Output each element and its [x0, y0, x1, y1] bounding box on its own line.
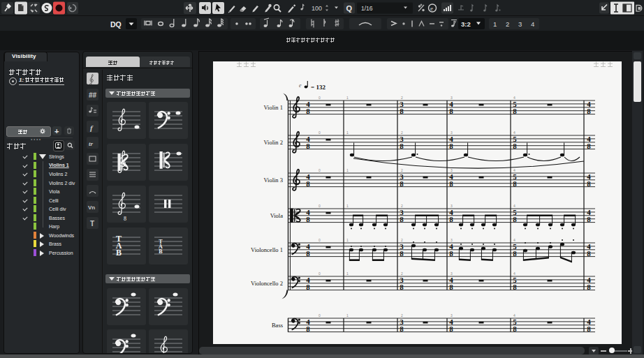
- svg-text:8: 8: [306, 107, 310, 115]
- svg-text:1: 1: [493, 20, 497, 28]
- svg-text:0: 0: [319, 130, 321, 135]
- svg-text:3: 3: [451, 204, 453, 208]
- svg-text:0: 0: [319, 238, 321, 242]
- svg-text:8: 8: [306, 142, 310, 150]
- svg-text:4: 4: [513, 96, 515, 100]
- svg-text:2: 2: [401, 238, 403, 242]
- svg-text:2: 2: [401, 96, 403, 100]
- svg-text:2: 2: [401, 168, 403, 172]
- svg-text:8: 8: [587, 215, 591, 223]
- svg-text:8: 8: [400, 107, 404, 115]
- svg-text:3: 3: [451, 96, 453, 100]
- svg-text:8: 8: [400, 325, 404, 333]
- svg-text:8: 8: [306, 215, 310, 223]
- svg-text:8: 8: [587, 325, 591, 333]
- svg-text:2: 2: [401, 313, 403, 318]
- svg-text:1: 1: [346, 204, 349, 208]
- svg-text:4: 4: [513, 130, 515, 135]
- svg-text:1/16: 1/16: [361, 5, 373, 12]
- svg-text:8: 8: [513, 249, 517, 258]
- svg-text:4: 4: [513, 204, 515, 208]
- svg-text:8: 8: [400, 179, 404, 188]
- svg-text:3: 3: [451, 238, 453, 242]
- svg-text:8: 8: [449, 283, 453, 291]
- svg-text:8: 8: [306, 179, 310, 188]
- svg-text:2: 2: [401, 130, 403, 135]
- svg-text:e: e: [430, 5, 433, 12]
- svg-text:e: e: [299, 82, 302, 89]
- svg-text:2: 2: [401, 271, 403, 276]
- svg-text:8: 8: [513, 283, 517, 291]
- svg-text:4: 4: [513, 313, 515, 318]
- svg-text:2: 2: [506, 20, 509, 28]
- svg-text:8: 8: [449, 179, 453, 188]
- svg-text:= 132: = 132: [311, 84, 325, 91]
- svg-text:1: 1: [346, 96, 349, 100]
- svg-text:8: 8: [400, 249, 404, 258]
- svg-text:1: 1: [346, 313, 349, 318]
- svg-text:0: 0: [319, 96, 321, 100]
- svg-text:8: 8: [513, 107, 517, 115]
- svg-text:tr: tr: [89, 140, 94, 147]
- svg-text:1: 1: [346, 130, 349, 135]
- svg-text:8: 8: [449, 215, 453, 223]
- svg-text:3: 3: [451, 313, 453, 318]
- svg-text:3: 3: [451, 130, 453, 135]
- svg-text:8: 8: [449, 107, 453, 115]
- svg-text:DQ: DQ: [110, 20, 122, 29]
- svg-text:T: T: [90, 220, 94, 228]
- svg-text:Violin 1: Violin 1: [263, 104, 283, 111]
- svg-text:1: 1: [346, 271, 349, 276]
- svg-text:Violin 3: Violin 3: [263, 177, 283, 184]
- svg-text:8: 8: [449, 325, 453, 333]
- svg-text:8: 8: [306, 249, 310, 258]
- svg-text:8: 8: [400, 215, 404, 223]
- svg-text:8: 8: [513, 142, 517, 150]
- svg-text:8: 8: [400, 283, 404, 291]
- svg-text:3: 3: [451, 271, 453, 276]
- svg-text:100: 100: [312, 5, 322, 12]
- svg-text:8: 8: [587, 107, 591, 115]
- svg-text:8: 8: [306, 283, 310, 291]
- svg-text:4: 4: [513, 271, 515, 276]
- svg-text:8: 8: [513, 325, 517, 333]
- svg-text:3:2: 3:2: [461, 20, 471, 28]
- svg-text:Bass: Bass: [272, 322, 283, 329]
- svg-text:0: 0: [319, 271, 321, 276]
- svg-text:8: 8: [449, 249, 453, 258]
- svg-text:4: 4: [513, 238, 515, 242]
- svg-text:B: B: [159, 248, 163, 255]
- svg-text:8: 8: [306, 325, 310, 333]
- svg-text:8: 8: [124, 216, 126, 222]
- svg-text:Violoncello 2: Violoncello 2: [251, 280, 283, 287]
- svg-text:0: 0: [319, 313, 321, 318]
- svg-text:f: f: [90, 124, 94, 132]
- svg-text:3: 3: [451, 168, 453, 172]
- svg-text:1: 1: [346, 238, 349, 242]
- svg-text:Violoncello 1: Violoncello 1: [251, 246, 283, 253]
- svg-text:##: ##: [89, 91, 97, 99]
- svg-text:4: 4: [531, 20, 534, 28]
- svg-text:B: B: [116, 248, 122, 258]
- svg-text:2: 2: [401, 204, 403, 208]
- svg-text:8: 8: [587, 179, 591, 188]
- svg-text:4: 4: [513, 168, 515, 172]
- svg-text:8: 8: [587, 283, 591, 291]
- svg-text:Viola: Viola: [270, 212, 284, 219]
- svg-text:8: 8: [513, 179, 517, 188]
- svg-text:3: 3: [518, 20, 522, 28]
- svg-text:8: 8: [587, 249, 591, 258]
- svg-text:0: 0: [319, 204, 321, 208]
- svg-text:8: 8: [513, 215, 517, 223]
- svg-text:8: 8: [587, 142, 591, 150]
- svg-text:1: 1: [346, 168, 349, 172]
- svg-text:Q: Q: [346, 4, 353, 13]
- svg-text:Vn: Vn: [88, 204, 95, 211]
- svg-text:0: 0: [319, 168, 321, 172]
- svg-text:8: 8: [449, 142, 453, 150]
- svg-text:8: 8: [400, 142, 404, 150]
- svg-text:Violin 2: Violin 2: [263, 139, 283, 146]
